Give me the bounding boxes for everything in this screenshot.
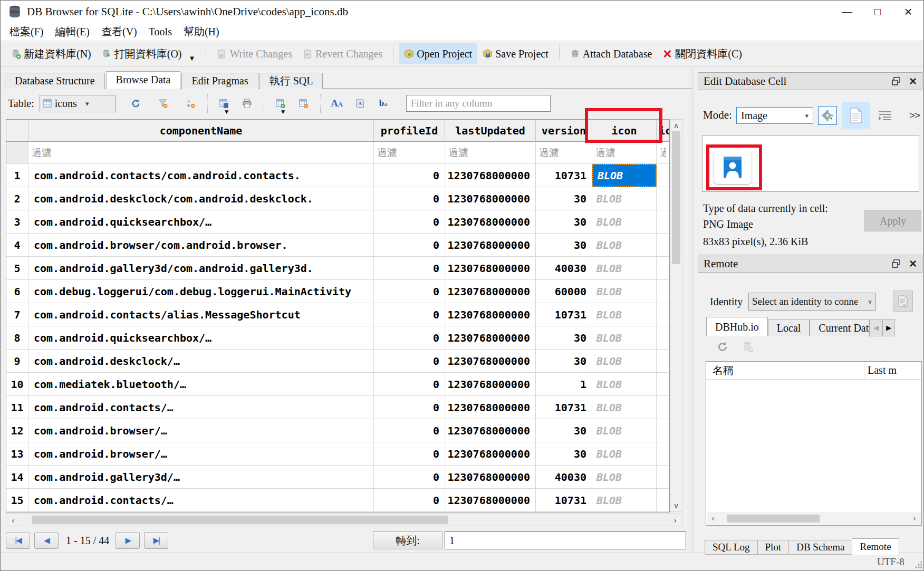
open-database-dropdown-arrow[interactable]: ▼ bbox=[189, 54, 196, 63]
filter-input-overflow[interactable] bbox=[657, 142, 669, 163]
cell-icon[interactable]: BLOB bbox=[592, 350, 657, 373]
cell-overflow[interactable] bbox=[657, 489, 669, 512]
cell-version[interactable]: 30 bbox=[536, 350, 592, 373]
cell-componentName[interactable]: com.android.gallery3d/… bbox=[28, 466, 374, 489]
new-database-button[interactable]: 新建資料庫(N) bbox=[6, 43, 97, 64]
cell-profileId[interactable]: 0 bbox=[374, 210, 445, 234]
first-page-button[interactable]: |◀ bbox=[6, 532, 30, 549]
cell-componentName[interactable]: com.mediatek.bluetooth/… bbox=[28, 373, 374, 396]
cell-icon[interactable]: BLOB bbox=[592, 489, 657, 512]
filter-input-componentName[interactable] bbox=[28, 142, 373, 163]
cell-overflow[interactable] bbox=[657, 396, 669, 419]
cell-profileId[interactable]: 0 bbox=[374, 419, 445, 442]
case-button[interactable]: ba bbox=[374, 94, 392, 112]
last-page-button[interactable]: ▶| bbox=[144, 532, 168, 549]
cell-lastUpdated[interactable]: 1230768000000 bbox=[445, 234, 536, 257]
revert-changes-button[interactable]: Revert Changes bbox=[297, 43, 388, 64]
delete-record-button[interactable] bbox=[295, 94, 313, 112]
cell-lastUpdated[interactable]: 1230768000000 bbox=[445, 326, 536, 350]
cell-icon[interactable]: BLOB bbox=[592, 303, 657, 326]
cell-componentName[interactable]: com.android.quicksearchbox/… bbox=[28, 326, 374, 350]
column-header-icon[interactable]: icon bbox=[592, 120, 657, 142]
cell-version[interactable]: 10731 bbox=[536, 396, 592, 419]
menu-file[interactable]: 檔案(F) bbox=[4, 23, 49, 41]
open-project-button[interactable]: Open Project bbox=[399, 43, 477, 64]
table-selector[interactable]: icons ▾ bbox=[40, 95, 116, 112]
text-document-button[interactable] bbox=[842, 102, 870, 129]
close-button[interactable]: × bbox=[893, 1, 923, 23]
insert-record-dropdown-arrow[interactable]: ▼ bbox=[280, 108, 286, 116]
cell-version[interactable]: 30 bbox=[536, 419, 592, 442]
minimize-button[interactable]: — bbox=[832, 1, 862, 23]
cell-componentName[interactable]: com.android.deskclock/com.android.deskcl… bbox=[28, 187, 374, 210]
bottom-tab-plot[interactable]: Plot bbox=[758, 540, 790, 555]
cell-profileId[interactable]: 0 bbox=[374, 257, 445, 280]
cell-profileId[interactable]: 0 bbox=[374, 303, 445, 326]
row-number[interactable]: 2 bbox=[6, 187, 28, 210]
maximize-button[interactable]: □ bbox=[862, 1, 893, 23]
cell-icon[interactable]: BLOB bbox=[592, 419, 657, 442]
cell-icon[interactable]: BLOB bbox=[592, 257, 657, 280]
cell-icon[interactable]: BLOB bbox=[592, 442, 657, 466]
row-number[interactable]: 1 bbox=[6, 164, 28, 187]
cell-overflow[interactable] bbox=[657, 257, 669, 280]
pane-splitter[interactable] bbox=[691, 67, 694, 553]
row-number[interactable]: 4 bbox=[6, 234, 28, 257]
cell-overflow[interactable] bbox=[657, 303, 669, 326]
filter-input-icon[interactable] bbox=[592, 142, 656, 163]
clone-database-icon[interactable] bbox=[742, 341, 754, 353]
goto-button[interactable]: 轉到: bbox=[373, 531, 442, 549]
bottom-tab-sql-log[interactable]: SQL Log bbox=[705, 540, 758, 555]
cell-lastUpdated[interactable]: 1230768000000 bbox=[445, 396, 536, 419]
tab-execute-sql[interactable]: 執行 SQL bbox=[259, 73, 323, 89]
cell-lastUpdated[interactable]: 1230768000000 bbox=[445, 442, 536, 466]
horizontal-scrollbar-thumb[interactable] bbox=[32, 516, 448, 524]
cell-version[interactable]: 40030 bbox=[536, 257, 592, 280]
import-settings-button[interactable] bbox=[818, 106, 837, 125]
row-number[interactable]: 8 bbox=[6, 326, 28, 350]
row-number[interactable]: 15 bbox=[6, 489, 28, 512]
cell-overflow[interactable] bbox=[657, 210, 669, 234]
filter-input-version[interactable] bbox=[536, 142, 592, 163]
save-table-button[interactable]: ▼ bbox=[215, 94, 233, 112]
float-panel-icon[interactable] bbox=[891, 76, 901, 86]
previous-page-button[interactable]: ◀ bbox=[34, 532, 59, 549]
cell-version[interactable]: 30 bbox=[536, 442, 592, 466]
cell-componentName[interactable]: com.android.browser/com.android.browser. bbox=[28, 234, 374, 257]
cell-lastUpdated[interactable]: 1230768000000 bbox=[445, 489, 536, 512]
cell-version[interactable]: 40030 bbox=[536, 466, 592, 489]
cell-icon[interactable]: BLOB bbox=[592, 234, 657, 257]
next-page-button[interactable]: ▶ bbox=[116, 532, 140, 549]
cell-icon[interactable]: BLOB bbox=[592, 373, 657, 396]
row-number[interactable]: 6 bbox=[6, 280, 28, 303]
bottom-tab-db-schema[interactable]: DB Schema bbox=[789, 540, 852, 555]
cell-version[interactable]: 30 bbox=[536, 210, 592, 234]
row-number[interactable]: 3 bbox=[6, 210, 28, 234]
remote-horizontal-scrollbar[interactable]: ‹ › bbox=[707, 512, 921, 525]
scroll-up-icon[interactable]: ∧ bbox=[670, 120, 682, 131]
cell-version[interactable]: 10731 bbox=[536, 489, 592, 512]
scroll-down-icon[interactable]: ∨ bbox=[670, 500, 682, 511]
filter-input-lastUpdated[interactable] bbox=[445, 142, 535, 163]
row-number[interactable]: 12 bbox=[6, 419, 28, 442]
cell-profileId[interactable]: 0 bbox=[374, 396, 445, 419]
cell-componentName[interactable]: com.android.contacts/… bbox=[28, 396, 374, 419]
menu-help[interactable]: 幫助(H) bbox=[178, 23, 225, 41]
cell-profileId[interactable]: 0 bbox=[374, 373, 445, 396]
scroll-right-icon[interactable]: › bbox=[668, 516, 682, 525]
cell-overflow[interactable] bbox=[657, 187, 669, 210]
cell-componentName[interactable]: com.debug.loggerui/com.debug.loggerui.Ma… bbox=[28, 280, 374, 303]
cell-componentName[interactable]: com.android.contacts/alias.MessageShortc… bbox=[28, 303, 374, 326]
column-header-version[interactable]: version bbox=[536, 120, 592, 142]
tab-browse-data[interactable]: Browse Data bbox=[106, 71, 181, 89]
cell-lastUpdated[interactable]: 1230768000000 bbox=[445, 210, 536, 234]
cell-lastUpdated[interactable]: 1230768000000 bbox=[445, 257, 536, 280]
write-changes-button[interactable]: Write Changes bbox=[211, 43, 297, 64]
cell-componentName[interactable]: com.android.deskclock/… bbox=[28, 350, 374, 373]
close-panel-icon[interactable]: × bbox=[909, 76, 917, 86]
cell-lastUpdated[interactable]: 1230768000000 bbox=[445, 350, 536, 373]
cell-icon[interactable]: BLOB bbox=[592, 280, 657, 303]
menu-edit[interactable]: 編輯(E) bbox=[49, 23, 95, 41]
cell-profileId[interactable]: 0 bbox=[374, 187, 445, 210]
import-certificate-button[interactable] bbox=[893, 291, 913, 312]
